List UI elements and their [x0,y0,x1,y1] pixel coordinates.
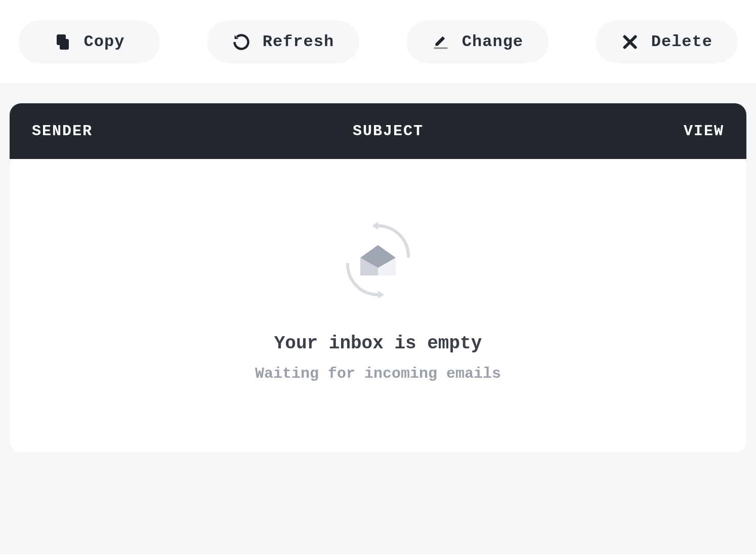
empty-state-title: Your inbox is empty [274,333,482,354]
refresh-button[interactable]: Refresh [207,20,359,63]
column-header-view: VIEW [684,123,724,140]
svg-marker-4 [372,222,378,230]
toolbar: Copy Refresh Change Delete [0,0,756,85]
column-header-sender: SENDER [32,123,93,140]
content-area: SENDER SUBJECT VIEW Your inbox is empty … [0,85,756,554]
delete-button[interactable]: Delete [596,20,738,63]
column-header-subject: SUBJECT [93,123,684,140]
empty-state: Your inbox is empty Waiting for incoming… [10,159,746,382]
close-icon [621,33,639,51]
empty-inbox-icon [338,220,418,301]
copy-icon [54,33,72,51]
svg-rect-1 [57,34,66,45]
copy-button-label: Copy [84,32,125,51]
change-button-label: Change [462,32,523,51]
svg-marker-5 [378,291,384,299]
delete-button-label: Delete [651,32,712,51]
copy-button[interactable]: Copy [18,20,160,63]
change-button[interactable]: Change [406,20,549,63]
refresh-button-label: Refresh [263,32,334,51]
inbox-table-header: SENDER SUBJECT VIEW [10,103,746,159]
refresh-icon [232,33,250,51]
empty-state-subtitle: Waiting for incoming emails [255,365,501,382]
inbox-card: SENDER SUBJECT VIEW Your inbox is empty … [9,103,747,453]
edit-icon [432,33,450,51]
